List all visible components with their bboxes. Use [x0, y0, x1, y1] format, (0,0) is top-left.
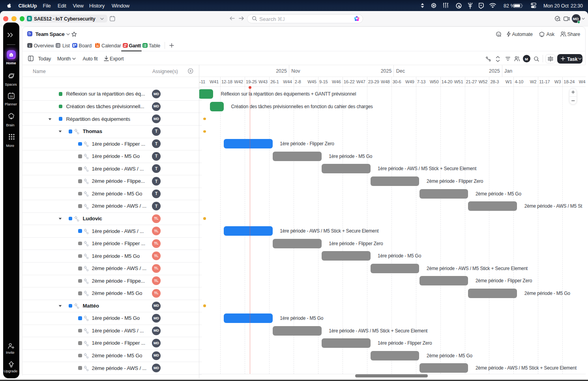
- svg-text:20: 20: [9, 95, 13, 98]
- svg-text:31: 31: [96, 44, 99, 47]
- svg-text:i: i: [29, 43, 30, 47]
